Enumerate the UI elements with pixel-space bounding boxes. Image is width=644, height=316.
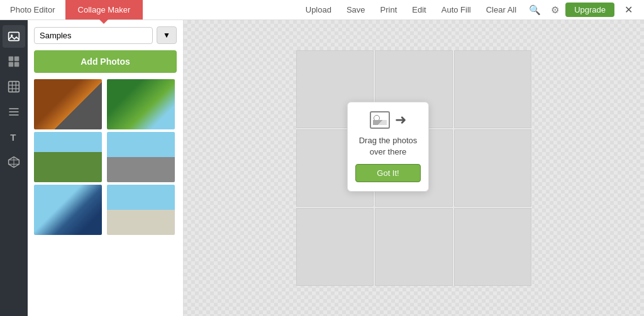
- got-it-button[interactable]: Got It!: [355, 164, 421, 182]
- upgrade-button[interactable]: Upgrade: [565, 3, 614, 17]
- settings-button[interactable]: ⚙: [547, 3, 563, 17]
- tab-photo-editor[interactable]: Photo Editor: [0, 0, 65, 19]
- sidebar-item-list[interactable]: [3, 101, 25, 123]
- tab-collage-maker[interactable]: Collage Maker: [65, 0, 143, 19]
- collage-cell-8[interactable]: [375, 208, 453, 286]
- photo-panel: Samples ▼ Add Photos: [28, 20, 184, 316]
- svg-rect-5: [14, 62, 19, 67]
- top-bar: Photo Editor Collage Maker Upload Save P…: [0, 0, 644, 20]
- upload-button[interactable]: Upload: [299, 3, 338, 17]
- collage-cell-3[interactable]: [454, 50, 532, 128]
- svg-rect-3: [14, 57, 19, 62]
- tooltip-icons: ➜: [370, 111, 406, 129]
- collage-cell-7[interactable]: [296, 208, 374, 286]
- photo-thumb-5[interactable]: [34, 185, 102, 235]
- svg-rect-6: [9, 82, 19, 92]
- svg-text:T: T: [10, 132, 16, 143]
- sidebar-item-grid[interactable]: [3, 50, 25, 73]
- add-photos-button[interactable]: Add Photos: [34, 50, 177, 73]
- photo-thumb-4[interactable]: [107, 132, 175, 182]
- photo-thumb-1[interactable]: [34, 79, 102, 129]
- svg-rect-0: [9, 32, 19, 40]
- clear-all-button[interactable]: Clear All: [480, 3, 523, 17]
- samples-select[interactable]: Samples: [34, 27, 153, 44]
- sidebar-item-text[interactable]: T: [3, 126, 25, 148]
- collage-cell-6[interactable]: [454, 129, 532, 207]
- arrow-icon: ➜: [395, 112, 406, 128]
- photo-thumb-6[interactable]: [107, 185, 175, 235]
- photo-thumb-3[interactable]: [34, 132, 102, 182]
- top-nav: Upload Save Print Edit Auto Fill Clear A…: [293, 3, 644, 17]
- sidebar-item-table[interactable]: [3, 75, 25, 98]
- auto-fill-button[interactable]: Auto Fill: [435, 3, 477, 17]
- close-button[interactable]: ✕: [619, 3, 638, 17]
- save-button[interactable]: Save: [340, 3, 372, 17]
- main-layout: T Samples ▼ Add Photos: [0, 20, 644, 316]
- photo-thumb-2[interactable]: [107, 79, 175, 129]
- image-placeholder-icon: [370, 111, 390, 129]
- dropdown-row: Samples ▼: [34, 26, 177, 44]
- sidebar-item-image[interactable]: [3, 25, 25, 48]
- search-button[interactable]: 🔍: [525, 3, 545, 17]
- dropdown-arrow[interactable]: ▼: [157, 26, 177, 44]
- svg-rect-4: [9, 62, 14, 67]
- edit-button[interactable]: Edit: [406, 3, 432, 17]
- sidebar-item-3d[interactable]: [3, 151, 25, 173]
- tooltip-popup: ➜ Drag the photos over there Got It!: [347, 102, 429, 192]
- print-button[interactable]: Print: [374, 3, 404, 17]
- tooltip-message: Drag the photos over there: [355, 135, 421, 158]
- photo-grid: [34, 79, 177, 235]
- canvas-area: ➜ Drag the photos over there Got It!: [184, 20, 644, 316]
- sidebar-icons: T: [0, 20, 28, 316]
- collage-cell-9[interactable]: [454, 208, 532, 286]
- svg-rect-2: [9, 57, 14, 62]
